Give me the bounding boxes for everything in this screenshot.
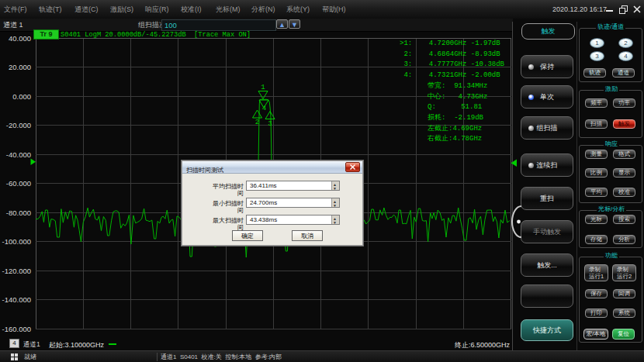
svg-text:4: 4 bbox=[262, 105, 266, 112]
svg-text:3: 3 bbox=[268, 120, 272, 128]
svg-text:1: 1 bbox=[261, 84, 265, 91]
svg-text:2: 2 bbox=[255, 119, 259, 126]
